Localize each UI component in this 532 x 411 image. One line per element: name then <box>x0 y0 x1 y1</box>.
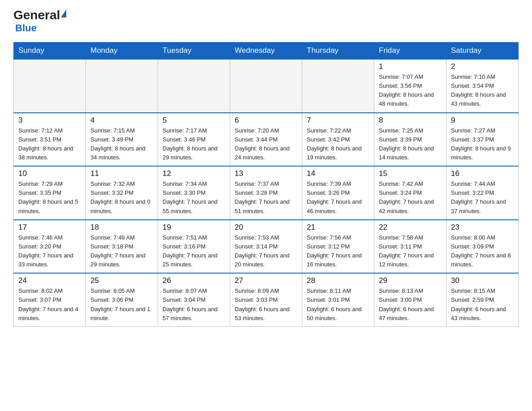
logo-general: General <box>13 9 60 21</box>
calendar-cell: 7Sunrise: 7:22 AMSunset: 3:42 PMDaylight… <box>302 113 374 167</box>
day-number: 3 <box>18 116 81 125</box>
calendar-week-row: 1Sunrise: 7:07 AMSunset: 3:56 PMDaylight… <box>14 59 519 113</box>
calendar-cell: 16Sunrise: 7:44 AMSunset: 3:22 PMDayligh… <box>446 166 519 220</box>
day-info: Sunrise: 7:07 AMSunset: 3:56 PMDaylight:… <box>379 73 442 109</box>
page-header: General Blue <box>13 9 519 34</box>
day-info: Sunrise: 8:05 AMSunset: 3:06 PMDaylight:… <box>90 287 153 323</box>
day-number: 28 <box>307 276 369 285</box>
day-info: Sunrise: 7:22 AMSunset: 3:42 PMDaylight:… <box>307 126 369 163</box>
day-number: 17 <box>18 223 81 232</box>
logo-triangle-icon <box>61 9 66 17</box>
weekday-header-sunday: Sunday <box>14 43 86 60</box>
calendar-cell: 20Sunrise: 7:53 AMSunset: 3:14 PMDayligh… <box>230 220 302 274</box>
weekday-header-friday: Friday <box>374 43 446 60</box>
day-number: 30 <box>451 276 514 285</box>
weekday-header-saturday: Saturday <box>446 43 519 60</box>
day-number: 5 <box>163 116 225 125</box>
day-number: 18 <box>90 223 153 232</box>
day-info: Sunrise: 7:17 AMSunset: 3:46 PMDaylight:… <box>163 126 225 163</box>
weekday-header-row: SundayMondayTuesdayWednesdayThursdayFrid… <box>14 43 519 60</box>
day-number: 10 <box>18 169 81 178</box>
calendar-cell: 24Sunrise: 8:02 AMSunset: 3:07 PMDayligh… <box>14 273 86 326</box>
day-info: Sunrise: 8:07 AMSunset: 3:04 PMDaylight:… <box>163 287 225 323</box>
day-number: 15 <box>379 169 442 178</box>
day-number: 14 <box>307 169 369 178</box>
day-info: Sunrise: 7:20 AMSunset: 3:44 PMDaylight:… <box>235 126 297 163</box>
day-info: Sunrise: 7:34 AMSunset: 3:30 PMDaylight:… <box>163 180 225 216</box>
day-info: Sunrise: 7:53 AMSunset: 3:14 PMDaylight:… <box>235 233 297 270</box>
day-info: Sunrise: 7:10 AMSunset: 3:54 PMDaylight:… <box>451 73 514 109</box>
calendar-cell: 2Sunrise: 7:10 AMSunset: 3:54 PMDaylight… <box>446 59 519 113</box>
day-info: Sunrise: 7:46 AMSunset: 3:20 PMDaylight:… <box>18 233 81 270</box>
calendar-cell: 15Sunrise: 7:42 AMSunset: 3:24 PMDayligh… <box>374 166 446 220</box>
calendar-cell <box>86 59 158 113</box>
calendar-cell: 29Sunrise: 8:13 AMSunset: 3:00 PMDayligh… <box>374 273 446 326</box>
day-number: 25 <box>90 276 153 285</box>
calendar-week-row: 3Sunrise: 7:12 AMSunset: 3:51 PMDaylight… <box>14 113 519 167</box>
calendar-table: SundayMondayTuesdayWednesdayThursdayFrid… <box>13 42 519 327</box>
weekday-header-tuesday: Tuesday <box>158 43 230 60</box>
calendar-cell: 26Sunrise: 8:07 AMSunset: 3:04 PMDayligh… <box>158 273 230 326</box>
day-info: Sunrise: 7:29 AMSunset: 3:35 PMDaylight:… <box>18 180 81 216</box>
calendar-cell: 27Sunrise: 8:09 AMSunset: 3:03 PMDayligh… <box>230 273 302 326</box>
day-number: 12 <box>163 169 225 178</box>
day-number: 11 <box>90 169 153 178</box>
calendar-cell: 18Sunrise: 7:49 AMSunset: 3:18 PMDayligh… <box>86 220 158 274</box>
weekday-header-monday: Monday <box>86 43 158 60</box>
calendar-cell: 21Sunrise: 7:56 AMSunset: 3:12 PMDayligh… <box>302 220 374 274</box>
day-number: 9 <box>451 116 514 125</box>
day-info: Sunrise: 8:15 AMSunset: 2:59 PMDaylight:… <box>451 287 514 323</box>
logo: General Blue <box>13 9 66 34</box>
day-info: Sunrise: 7:42 AMSunset: 3:24 PMDaylight:… <box>379 180 442 216</box>
calendar-cell: 22Sunrise: 7:58 AMSunset: 3:11 PMDayligh… <box>374 220 446 274</box>
day-number: 19 <box>163 223 225 232</box>
day-info: Sunrise: 8:02 AMSunset: 3:07 PMDaylight:… <box>18 287 81 323</box>
calendar-cell <box>302 59 374 113</box>
day-number: 2 <box>451 62 514 71</box>
day-number: 29 <box>379 276 442 285</box>
day-info: Sunrise: 8:11 AMSunset: 3:01 PMDaylight:… <box>307 287 369 323</box>
calendar-cell: 4Sunrise: 7:15 AMSunset: 3:49 PMDaylight… <box>86 113 158 167</box>
calendar-cell: 10Sunrise: 7:29 AMSunset: 3:35 PMDayligh… <box>14 166 86 220</box>
calendar-cell: 25Sunrise: 8:05 AMSunset: 3:06 PMDayligh… <box>86 273 158 326</box>
calendar-cell: 3Sunrise: 7:12 AMSunset: 3:51 PMDaylight… <box>14 113 86 167</box>
day-number: 6 <box>235 116 297 125</box>
day-number: 26 <box>163 276 225 285</box>
day-info: Sunrise: 8:09 AMSunset: 3:03 PMDaylight:… <box>235 287 297 323</box>
calendar-cell: 17Sunrise: 7:46 AMSunset: 3:20 PMDayligh… <box>14 220 86 274</box>
day-info: Sunrise: 7:27 AMSunset: 3:37 PMDaylight:… <box>451 126 514 163</box>
calendar-cell: 1Sunrise: 7:07 AMSunset: 3:56 PMDaylight… <box>374 59 446 113</box>
calendar-cell: 13Sunrise: 7:37 AMSunset: 3:28 PMDayligh… <box>230 166 302 220</box>
weekday-header-wednesday: Wednesday <box>230 43 302 60</box>
day-number: 1 <box>379 62 442 71</box>
day-number: 21 <box>307 223 369 232</box>
day-info: Sunrise: 8:00 AMSunset: 3:09 PMDaylight:… <box>451 233 514 270</box>
day-number: 16 <box>451 169 514 178</box>
weekday-header-thursday: Thursday <box>302 43 374 60</box>
day-number: 23 <box>451 223 514 232</box>
calendar-week-row: 10Sunrise: 7:29 AMSunset: 3:35 PMDayligh… <box>14 166 519 220</box>
day-info: Sunrise: 7:15 AMSunset: 3:49 PMDaylight:… <box>90 126 153 163</box>
day-number: 22 <box>379 223 442 232</box>
day-info: Sunrise: 7:12 AMSunset: 3:51 PMDaylight:… <box>18 126 81 163</box>
day-number: 20 <box>235 223 297 232</box>
day-info: Sunrise: 7:25 AMSunset: 3:39 PMDaylight:… <box>379 126 442 163</box>
day-info: Sunrise: 7:32 AMSunset: 3:32 PMDaylight:… <box>90 180 153 216</box>
calendar-cell: 28Sunrise: 8:11 AMSunset: 3:01 PMDayligh… <box>302 273 374 326</box>
calendar-cell: 30Sunrise: 8:15 AMSunset: 2:59 PMDayligh… <box>446 273 519 326</box>
day-info: Sunrise: 7:39 AMSunset: 3:26 PMDaylight:… <box>307 180 369 216</box>
day-info: Sunrise: 7:37 AMSunset: 3:28 PMDaylight:… <box>235 180 297 216</box>
calendar-cell: 9Sunrise: 7:27 AMSunset: 3:37 PMDaylight… <box>446 113 519 167</box>
day-number: 24 <box>18 276 81 285</box>
day-info: Sunrise: 8:13 AMSunset: 3:00 PMDaylight:… <box>379 287 442 323</box>
day-number: 8 <box>379 116 442 125</box>
day-number: 27 <box>235 276 297 285</box>
calendar-cell <box>14 59 86 113</box>
day-info: Sunrise: 7:44 AMSunset: 3:22 PMDaylight:… <box>451 180 514 216</box>
day-number: 13 <box>235 169 297 178</box>
day-number: 7 <box>307 116 369 125</box>
logo-blue: Blue <box>15 22 37 34</box>
calendar-week-row: 24Sunrise: 8:02 AMSunset: 3:07 PMDayligh… <box>14 273 519 326</box>
day-info: Sunrise: 7:51 AMSunset: 3:16 PMDaylight:… <box>163 233 225 270</box>
calendar-cell: 12Sunrise: 7:34 AMSunset: 3:30 PMDayligh… <box>158 166 230 220</box>
